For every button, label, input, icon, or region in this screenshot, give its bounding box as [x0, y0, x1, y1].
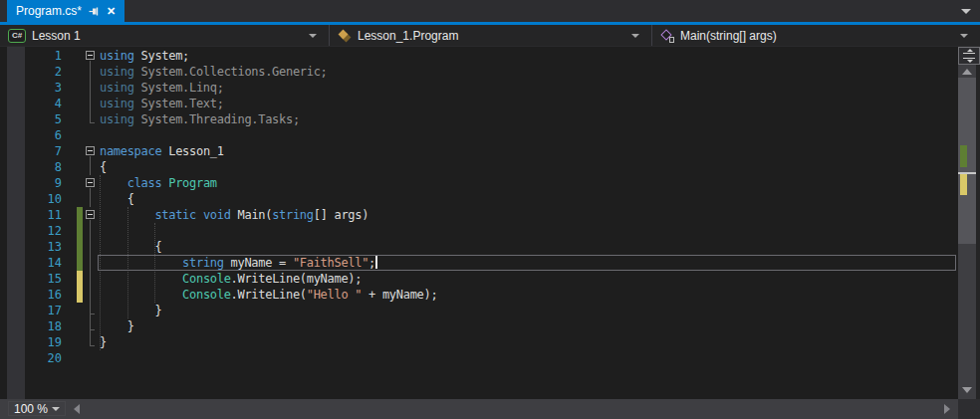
- code-line[interactable]: 2using System.Collections.Generic;: [0, 64, 956, 80]
- code-text: Console.WriteLine(myName);: [100, 271, 362, 287]
- outlining-margin[interactable]: [85, 207, 98, 223]
- line-number: 16: [0, 287, 62, 303]
- scroll-down-icon[interactable]: [962, 387, 972, 393]
- code-text: string myName = "FaithSell";: [100, 255, 377, 271]
- code-text: {: [100, 239, 161, 255]
- class-icon: [338, 29, 352, 43]
- vertical-scrollbar[interactable]: [958, 47, 980, 399]
- change-tracking-bar: [77, 127, 83, 143]
- code-line[interactable]: 10 {: [0, 191, 956, 207]
- code-text: static void Main(string[] args): [100, 207, 368, 223]
- code-line[interactable]: 7namespace Lesson_1: [0, 143, 956, 159]
- outlining-margin: [85, 223, 98, 239]
- change-tracking-bar: [77, 64, 83, 80]
- change-tracking-bar: [77, 271, 83, 287]
- navigation-bar: C# Lesson 1 Lesson_1.Program Main(string…: [0, 25, 980, 47]
- code-text: }: [100, 303, 161, 318]
- tab-well-dropdown-icon[interactable]: [961, 9, 971, 14]
- change-tracking-bar: [77, 223, 83, 239]
- type-dropdown[interactable]: Lesson_1.Program: [330, 25, 652, 46]
- change-tracking-bar: [77, 287, 83, 303]
- outlining-margin: [85, 287, 98, 303]
- code-line[interactable]: 6: [0, 127, 956, 143]
- code-line[interactable]: 16 Console.WriteLine("Hello " + myName);: [0, 287, 956, 303]
- code-line[interactable]: 1using System;: [0, 48, 956, 64]
- line-number: 7: [0, 143, 62, 159]
- code-line[interactable]: 19}: [0, 334, 956, 350]
- code-line[interactable]: 20: [0, 350, 956, 366]
- outlining-margin: [85, 64, 98, 80]
- horizontal-scrollbar-bar[interactable]: 100 %: [0, 399, 980, 419]
- code-line[interactable]: 8{: [0, 159, 956, 175]
- scrollbar-corner: [958, 399, 980, 419]
- caret-position-mark: [958, 172, 976, 174]
- chevron-down-icon: [960, 34, 968, 38]
- code-line[interactable]: 11 static void Main(string[] args): [0, 207, 956, 223]
- method-icon: [660, 29, 674, 43]
- line-number: 19: [0, 334, 62, 350]
- scroll-left-icon[interactable]: [74, 404, 80, 414]
- change-tracking-bar: [77, 175, 83, 191]
- outlining-margin: [85, 96, 98, 111]
- line-number: 2: [0, 64, 62, 80]
- code-text: Console.WriteLine("Hello " + myName);: [100, 287, 437, 303]
- code-text: using System.Text;: [100, 96, 224, 111]
- outlining-margin: [85, 239, 98, 255]
- code-line[interactable]: 18 }: [0, 318, 956, 334]
- outlining-margin: [85, 271, 98, 287]
- line-number: 5: [0, 111, 62, 127]
- code-line[interactable]: 14 string myName = "FaithSell";: [0, 255, 956, 271]
- outlining-margin: [85, 303, 98, 318]
- code-line[interactable]: 9 class Program: [0, 175, 956, 191]
- line-number: 8: [0, 159, 62, 175]
- tab-program-cs[interactable]: Program.cs* ✕: [7, 0, 124, 22]
- line-number: 1: [0, 48, 62, 64]
- outlining-margin: [85, 334, 98, 350]
- code-line[interactable]: 3using System.Linq;: [0, 80, 956, 96]
- change-tracking-bar: [77, 143, 83, 159]
- line-number: 6: [0, 127, 62, 143]
- outlining-margin: [85, 159, 98, 175]
- outlining-margin[interactable]: [85, 48, 98, 64]
- change-tracking-bar: [77, 207, 83, 223]
- line-number: 11: [0, 207, 62, 223]
- collapse-icon[interactable]: [86, 51, 95, 60]
- code-text: using System.Collections.Generic;: [100, 64, 328, 80]
- text-caret: [375, 256, 377, 269]
- close-icon[interactable]: ✕: [107, 6, 116, 17]
- scroll-up-icon[interactable]: [962, 69, 972, 75]
- change-tracking-bar: [77, 80, 83, 96]
- code-lines: 1using System;2using System.Collections.…: [0, 48, 956, 366]
- lock-overlay-icon: [669, 37, 674, 43]
- pin-icon[interactable]: [89, 6, 100, 17]
- code-editor[interactable]: 1using System;2using System.Collections.…: [0, 47, 958, 399]
- member-dropdown[interactable]: Main(string[] args): [652, 25, 980, 46]
- line-number: 17: [0, 303, 62, 318]
- change-tracking-bar: [77, 239, 83, 255]
- scroll-right-icon[interactable]: [944, 404, 950, 414]
- code-line[interactable]: 15 Console.WriteLine(myName);: [0, 271, 956, 287]
- change-tracking-bar: [77, 255, 83, 271]
- code-text: using System.Linq;: [100, 80, 224, 96]
- code-line[interactable]: 4using System.Text;: [0, 96, 956, 111]
- code-line[interactable]: 13 {: [0, 239, 956, 255]
- type-dropdown-label: Lesson_1.Program: [358, 29, 458, 43]
- code-line[interactable]: 12: [0, 223, 956, 239]
- line-number: 9: [0, 175, 62, 191]
- line-number: 14: [0, 255, 62, 271]
- vertical-scrollbar-track[interactable]: [958, 65, 976, 399]
- code-line[interactable]: 5using System.Threading.Tasks;: [0, 111, 956, 127]
- project-dropdown[interactable]: C# Lesson 1: [0, 25, 330, 46]
- zoom-level-dropdown[interactable]: 100 %: [8, 401, 66, 416]
- outlining-margin: [85, 318, 98, 334]
- change-tracking-bar: [77, 334, 83, 350]
- outlining-margin[interactable]: [85, 143, 98, 159]
- change-tracking-bar: [77, 191, 83, 207]
- collapse-icon[interactable]: [86, 210, 95, 219]
- line-number: 20: [0, 350, 62, 366]
- outlining-margin[interactable]: [85, 175, 98, 191]
- collapse-icon[interactable]: [86, 146, 95, 155]
- collapse-icon[interactable]: [86, 178, 95, 187]
- code-line[interactable]: 17 }: [0, 303, 956, 318]
- split-editor-grip-icon[interactable]: [958, 47, 980, 65]
